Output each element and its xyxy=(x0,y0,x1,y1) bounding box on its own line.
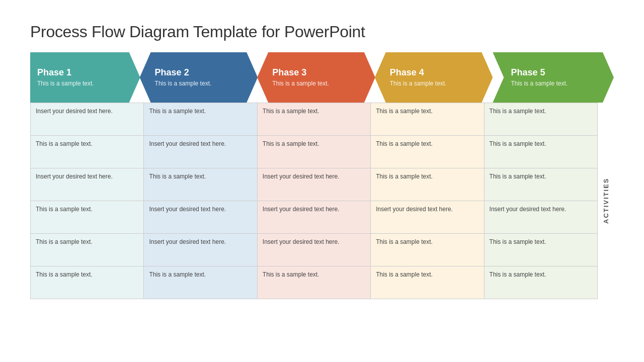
cell-r2-c5[interactable]: This is a sample text. xyxy=(485,136,598,168)
slide: Process Flow Diagram Template for PowerP… xyxy=(10,8,634,354)
phases-row: Phase 1 This is a sample text. Phase 2 T… xyxy=(30,52,614,103)
cell-r4-c3[interactable]: Insert your desired text here. xyxy=(258,201,371,234)
cell-r3-c1[interactable]: Insert your desired text here. xyxy=(31,168,144,201)
cell-r1-c5[interactable]: This is a sample text. xyxy=(485,103,598,136)
phase-title-4: Phase 4 xyxy=(390,67,486,78)
cell-r4-c1[interactable]: This is a sample text. xyxy=(31,201,144,234)
cell-r2-c1[interactable]: This is a sample text. xyxy=(31,136,144,168)
phase-title-5: Phase 5 xyxy=(511,67,607,78)
phase-subtitle-2: This is a sample text. xyxy=(155,80,251,88)
phase-arrow-1: Phase 1 This is a sample text. xyxy=(30,52,140,103)
cell-r3-c2[interactable]: This is a sample text. xyxy=(144,168,257,201)
phase-subtitle-5: This is a sample text. xyxy=(511,80,607,88)
cell-r6-c4[interactable]: This is a sample text. xyxy=(371,266,484,299)
phase-title-3: Phase 3 xyxy=(272,67,368,78)
cell-r1-c2[interactable]: This is a sample text. xyxy=(144,103,257,136)
cell-r3-c3[interactable]: Insert your desired text here. xyxy=(258,168,371,201)
phase-arrow-2: Phase 2 This is a sample text. xyxy=(140,52,258,103)
cell-r1-c4[interactable]: This is a sample text. xyxy=(371,103,484,136)
cell-r2-c3[interactable]: This is a sample text. xyxy=(258,136,371,168)
cell-r1-c1[interactable]: Insert your desired text here. xyxy=(31,103,144,136)
cell-r6-c5[interactable]: This is a sample text. xyxy=(485,266,598,299)
activities-label: ACTIVITIES xyxy=(598,103,614,299)
cell-r5-c3[interactable]: Insert your desired text here. xyxy=(258,234,371,266)
cell-r4-c5[interactable]: Insert your desired text here. xyxy=(485,201,598,234)
phase-title-2: Phase 2 xyxy=(155,67,251,78)
cell-r3-c4[interactable]: This is a sample text. xyxy=(371,168,484,201)
cell-r2-c4[interactable]: This is a sample text. xyxy=(371,136,484,168)
phase-arrow-3: Phase 3 This is a sample text. xyxy=(257,52,375,103)
cell-r6-c3[interactable]: This is a sample text. xyxy=(258,266,371,299)
content-area: Insert your desired text here.This is a … xyxy=(30,103,614,299)
phase-subtitle-3: This is a sample text. xyxy=(272,80,368,88)
cell-r5-c2[interactable]: Insert your desired text here. xyxy=(144,234,257,266)
cell-r6-c1[interactable]: This is a sample text. xyxy=(31,266,144,299)
phase-subtitle-4: This is a sample text. xyxy=(390,80,486,88)
cell-r4-c2[interactable]: Insert your desired text here. xyxy=(144,201,257,234)
cell-r2-c2[interactable]: Insert your desired text here. xyxy=(144,136,257,168)
cell-r5-c1[interactable]: This is a sample text. xyxy=(31,234,144,266)
phase-arrow-4: Phase 4 This is a sample text. xyxy=(375,52,493,103)
cell-r4-c4[interactable]: Insert your desired text here. xyxy=(371,201,484,234)
grid-table: Insert your desired text here.This is a … xyxy=(30,103,598,299)
phase-subtitle-1: This is a sample text. xyxy=(37,80,133,88)
cell-r1-c3[interactable]: This is a sample text. xyxy=(258,103,371,136)
cell-r5-c4[interactable]: This is a sample text. xyxy=(371,234,484,266)
phase-title-1: Phase 1 xyxy=(37,67,133,78)
page-title: Process Flow Diagram Template for PowerP… xyxy=(30,23,614,41)
cell-r6-c2[interactable]: This is a sample text. xyxy=(144,266,257,299)
phase-arrow-5: Phase 5 This is a sample text. xyxy=(493,52,614,103)
cell-r3-c5[interactable]: This is a sample text. xyxy=(485,168,598,201)
cell-r5-c5[interactable]: This is a sample text. xyxy=(485,234,598,266)
